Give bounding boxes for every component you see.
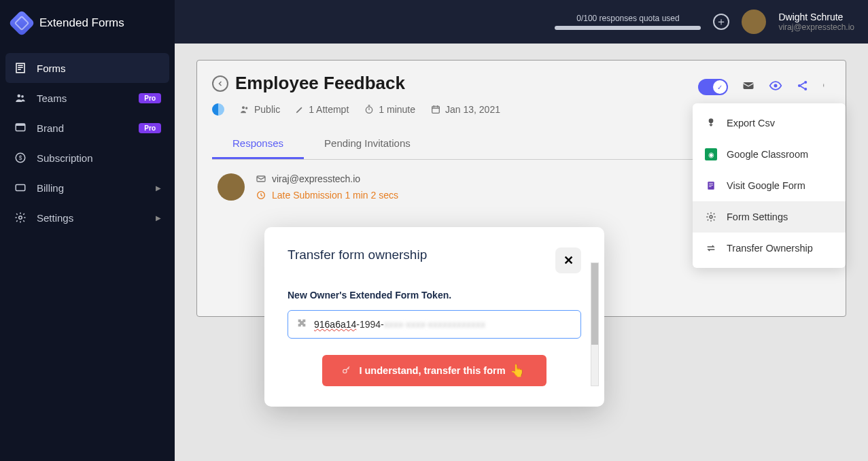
sidebar-item-label: Settings xyxy=(37,212,73,224)
arrow-left-icon xyxy=(216,80,224,88)
user-name: Dwight Schrute xyxy=(778,12,854,22)
tab-pending-invitations[interactable]: Pending Invitations xyxy=(304,129,431,159)
menu-item-label: Export Csv xyxy=(727,118,775,129)
svg-rect-26 xyxy=(709,186,712,187)
clock-icon xyxy=(256,190,266,201)
svg-point-0 xyxy=(18,95,21,98)
calendar-icon xyxy=(430,104,441,115)
quota-bar xyxy=(555,26,701,30)
response-email-line: viraj@expresstech.io xyxy=(256,173,398,184)
menu-item-export-csv[interactable]: Export Csv xyxy=(693,107,846,139)
menu-item-label: Google Classroom xyxy=(727,149,808,160)
cursor-icon: 👆 xyxy=(510,363,525,378)
response-email: viraj@expresstech.io xyxy=(272,173,360,184)
modal-close-button[interactable]: ✕ xyxy=(555,247,581,273)
svg-point-20 xyxy=(823,85,824,86)
tab-responses[interactable]: Responses xyxy=(212,129,304,159)
svg-point-27 xyxy=(710,216,712,218)
modal-scrollbar[interactable] xyxy=(591,262,599,386)
topbar: 0/100 responses quota used ＋ Dwight Schr… xyxy=(175,0,868,44)
user-avatar[interactable] xyxy=(742,10,766,34)
pro-badge: Pro xyxy=(139,123,161,133)
gear-icon xyxy=(705,211,717,223)
confirm-button-label: I understand, transfer this form xyxy=(359,365,505,376)
attempts-meta: 1 Attempt xyxy=(295,104,349,115)
duration-meta: 1 minute xyxy=(364,104,415,115)
visibility-meta: Public xyxy=(239,104,280,115)
date-meta: Jan 13, 2021 xyxy=(430,104,500,115)
svg-point-8 xyxy=(242,106,245,109)
page-title: Employee Feedback xyxy=(235,73,405,94)
duration-label: 1 minute xyxy=(379,104,415,115)
sidebar: Extended Forms Forms Teams Pro Brand Pro… xyxy=(0,0,175,461)
subscription-icon: $ xyxy=(14,151,27,165)
mail-icon xyxy=(256,173,266,184)
user-email: viraj@expresstech.io xyxy=(778,22,854,32)
svg-point-19 xyxy=(823,84,824,85)
response-avatar xyxy=(218,173,245,201)
sidebar-item-label: Subscription xyxy=(37,152,93,164)
svg-rect-23 xyxy=(708,182,714,190)
sidebar-item-forms[interactable]: Forms xyxy=(5,53,169,83)
token-input-wrapper[interactable]: 916a6a14-1994-xxxx-xxxx-xxxxxxxxxxxx xyxy=(288,310,581,339)
puzzle-icon xyxy=(296,318,307,331)
modal-title: Transfer form ownership xyxy=(288,247,427,262)
svg-rect-25 xyxy=(709,185,713,186)
timer-icon xyxy=(364,104,375,115)
svg-rect-24 xyxy=(709,184,713,184)
back-button[interactable] xyxy=(212,75,228,92)
classroom-icon: ◉ xyxy=(705,148,717,160)
sidebar-item-settings[interactable]: Settings ▶ xyxy=(5,203,169,233)
svg-point-9 xyxy=(245,107,247,109)
token-hidden-part: xxxx-xxxx-xxxxxxxxxxxx xyxy=(384,319,485,330)
forms-icon xyxy=(14,61,27,75)
sidebar-item-teams[interactable]: Teams Pro xyxy=(5,83,169,113)
sidebar-item-label: Billing xyxy=(37,182,64,194)
date-label: Jan 13, 2021 xyxy=(445,104,500,115)
mail-icon[interactable] xyxy=(742,79,755,95)
menu-item-label: Transfer Ownership xyxy=(727,243,813,254)
modal-field-label: New Owner's Extended Form Token. xyxy=(288,290,581,301)
svg-point-1 xyxy=(21,95,24,98)
caret-icon: ▶ xyxy=(156,184,161,192)
user-info: Dwight Schrute viraj@expresstech.io xyxy=(778,12,854,32)
key-icon xyxy=(341,364,352,377)
menu-item-google-classroom[interactable]: ◉ Google Classroom xyxy=(693,139,846,170)
menu-item-label: Form Settings xyxy=(727,211,788,222)
quota-display: 0/100 responses quota used xyxy=(555,14,701,30)
svg-text:$: $ xyxy=(19,155,22,161)
people-icon xyxy=(239,104,250,115)
add-button[interactable]: ＋ xyxy=(713,14,729,30)
menu-item-transfer-ownership[interactable]: Transfer Ownership xyxy=(693,233,846,264)
caret-icon: ▶ xyxy=(156,214,161,222)
token-plain-part: -1994- xyxy=(356,319,383,330)
logo-icon xyxy=(8,10,35,37)
svg-rect-11 xyxy=(432,106,440,113)
sidebar-item-subscription[interactable]: $ Subscription xyxy=(5,143,169,173)
transfer-icon xyxy=(705,242,717,254)
token-visible-part: 916a6a14 xyxy=(314,319,356,330)
google-form-icon xyxy=(705,180,717,192)
action-row xyxy=(698,79,827,95)
preview-icon[interactable] xyxy=(769,79,782,95)
svg-point-15 xyxy=(774,84,778,88)
more-menu-button[interactable] xyxy=(823,79,827,95)
token-input[interactable]: 916a6a14-1994-xxxx-xxxx-xxxxxxxxxxxx xyxy=(314,319,572,330)
gear-icon xyxy=(14,211,27,224)
late-submission-label: Late Submission 1 min 2 secs xyxy=(272,190,398,201)
color-indicator[interactable] xyxy=(212,103,224,116)
menu-item-visit-google-form[interactable]: Visit Google Form xyxy=(693,170,846,201)
teams-icon xyxy=(14,91,27,105)
sidebar-item-label: Brand xyxy=(37,122,64,134)
form-enabled-toggle[interactable] xyxy=(698,79,728,95)
attempts-label: 1 Attempt xyxy=(309,104,349,115)
svg-point-7 xyxy=(19,216,22,220)
transfer-confirm-button[interactable]: I understand, transfer this form 👆 xyxy=(322,355,546,386)
sidebar-item-billing[interactable]: Billing ▶ xyxy=(5,173,169,203)
sidebar-item-brand[interactable]: Brand Pro xyxy=(5,113,169,143)
response-late-line: Late Submission 1 min 2 secs xyxy=(256,190,398,201)
menu-item-label: Visit Google Form xyxy=(727,180,805,191)
quota-text: 0/100 responses quota used xyxy=(576,14,679,23)
menu-item-form-settings[interactable]: Form Settings xyxy=(693,201,846,233)
share-icon[interactable] xyxy=(796,79,810,95)
